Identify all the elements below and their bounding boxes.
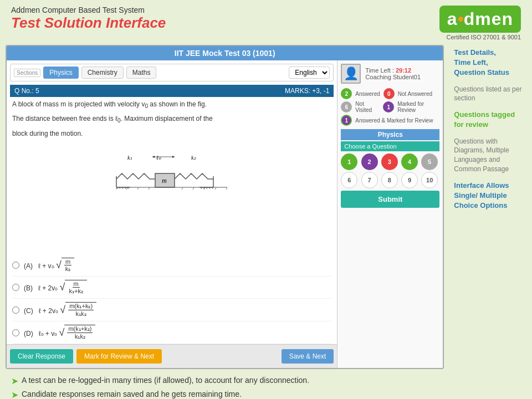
time-left-label: Time Left : (365, 67, 396, 74)
arrow-icon-2: ➤ (11, 390, 18, 399)
tab-maths[interactable]: Maths (126, 66, 157, 79)
svg-text:ℓ₀: ℓ₀ (156, 155, 161, 161)
question-header: Q No.: 5 MARKS: +3, -1 (10, 85, 334, 97)
svg-line-30 (215, 187, 216, 190)
time-value: 29:12 (396, 67, 411, 74)
radio-b[interactable] (12, 284, 19, 291)
q-btn-2[interactable]: 2 (361, 154, 378, 170)
svg-line-25 (137, 187, 139, 190)
option-a[interactable]: (A) ℓ + v₀ √mk₂ (12, 254, 331, 277)
submit-row: Submit (341, 191, 439, 208)
q-btn-9[interactable]: 9 (401, 172, 418, 188)
sidebar-item-1: Test Details,Time Left,Question Status (454, 48, 522, 78)
bullet-2: ➤ Candidate responses remain saved and h… (11, 390, 521, 399)
question-panel: Sections Physics Chemistry Maths English… (7, 60, 337, 368)
option-d-label: (D) ℓ₀ + v₀ √m(k₁+k₂)k₁k₂ (24, 325, 95, 340)
not-answered-badge: 0 (383, 88, 395, 99)
svg-text:k₁: k₁ (127, 155, 132, 161)
sidebar-item-4: Questions with Diagrams, Multiple Langua… (454, 137, 522, 174)
tab-chemistry[interactable]: Chemistry (81, 66, 124, 79)
addmen-logo: admen (439, 6, 521, 33)
option-b[interactable]: (B) ℓ + 2v₀ √mk₁+k₂ (12, 277, 331, 299)
svg-text:m: m (162, 177, 167, 185)
diagram-svg: k₁ k₂ ℓ₀ (111, 143, 233, 193)
language-select[interactable]: English (289, 66, 330, 79)
option-d[interactable]: (D) ℓ₀ + v₀ √m(k₁+k₂)k₁k₂ (12, 321, 331, 344)
q-btn-1[interactable]: 1 (341, 154, 357, 170)
page-title: Test Solution Interface (11, 14, 166, 32)
option-a-label: (A) ℓ + v₀ √mk₂ (24, 258, 74, 273)
legend-notvisited: 6 Not Visited 1 Marked for Review (341, 101, 439, 113)
option-c-label: (C) ℓ + 2v₀ √m(k₁+k₂)k₁k₂ (24, 302, 96, 318)
answered-badge: 2 (341, 88, 352, 99)
bullet-text-1: A test can be re-logged-in many times (i… (22, 376, 309, 385)
header-left: Addmen Computer Based Test System Test S… (11, 6, 166, 32)
question-text-1: A block of mass m is projected with velo… (12, 99, 331, 110)
q-btn-6[interactable]: 6 (341, 172, 357, 188)
clear-response-button[interactable]: Clear Response (10, 349, 73, 364)
sidebar-text-2: Questions listed as per section (454, 85, 522, 104)
status-panel: 👤 Time Left : 29:12 Coaching Student01 2… (337, 60, 443, 368)
user-icon: 👤 (344, 66, 359, 81)
sidebar-link-1: Test Details,Time Left,Question Status (454, 48, 522, 78)
svg-marker-4 (152, 156, 155, 158)
q-btn-10[interactable]: 10 (421, 172, 438, 188)
not-visited-label: Not Visited (355, 101, 380, 113)
svg-line-27 (182, 187, 183, 190)
sidebar-item-5: Interface Allows Single/ Multiple Choice… (454, 181, 522, 211)
right-sidebar: Test Details,Time Left,Question Status Q… (449, 45, 526, 369)
q-btn-3[interactable]: 3 (381, 154, 398, 170)
submit-button[interactable]: Submit (341, 191, 439, 208)
radio-a[interactable] (12, 262, 19, 269)
marked-badge: 1 (383, 101, 394, 112)
svg-text:k₂: k₂ (191, 155, 196, 161)
mark-review-button[interactable]: Mark for Review & Next (76, 349, 162, 364)
test-interface: IIT JEE Mock Test 03 (1001) Sections Phy… (6, 45, 444, 369)
test-body: Sections Physics Chemistry Maths English… (7, 60, 443, 368)
not-visited-badge: 6 (341, 101, 352, 112)
question-text-3: block during the motion. (12, 129, 331, 139)
sidebar-link-green-3: Questions tagged for review (454, 110, 522, 130)
question-grid: 1 2 3 4 5 6 7 8 9 10 (341, 154, 439, 188)
time-student-block: Time Left : 29:12 Coaching Student01 (365, 67, 421, 80)
option-c[interactable]: (C) ℓ + 2v₀ √m(k₁+k₂)k₁k₂ (12, 299, 331, 321)
q-btn-5[interactable]: 5 (421, 154, 438, 170)
student-name: Coaching Student01 (365, 74, 421, 80)
sidebar-link-5: Interface Allows Single/ Multiple Choice… (454, 181, 522, 211)
radio-c[interactable] (12, 306, 19, 314)
radio-d[interactable] (12, 329, 19, 336)
bullet-text-2: Candidate responses remain saved and he … (22, 390, 242, 398)
option-b-label: (B) ℓ + 2v₀ √mk₁+k₂ (24, 280, 87, 295)
bullet-1: ➤ A test can be re-logged-in many times … (11, 376, 521, 386)
marked-label: Marked for Review (397, 101, 439, 113)
header-right: admen Certified ISO 27001 & 9001 (439, 6, 521, 40)
logo-dot (458, 17, 463, 22)
answered-label: Answered (355, 91, 380, 97)
sidebar-item-3: Questions tagged for review (454, 110, 522, 130)
not-answered-label: Not Answered (398, 91, 432, 97)
answered-marked-label: Answered & Marked for Review (355, 117, 433, 124)
question-number: Q No.: 5 (14, 87, 39, 95)
logo-text: a (447, 9, 458, 29)
choose-question-label: Choose a Question (341, 141, 439, 151)
q-btn-4[interactable]: 4 (401, 154, 418, 170)
svg-line-31 (226, 187, 227, 190)
page-header: Addmen Computer Based Test System Test S… (0, 0, 532, 45)
main-container: IIT JEE Mock Test 03 (1001) Sections Phy… (0, 45, 532, 369)
question-text-2: The distance between free ends is ℓ0. Ma… (12, 114, 331, 125)
sidebar-item-2: Questions listed as per section (454, 85, 522, 104)
company-name: Addmen Computer Based Test System (11, 6, 166, 14)
certified-text: Certified ISO 27001 & 9001 (446, 34, 521, 40)
sections-label: Sections (14, 69, 40, 77)
arrow-icon-1: ➤ (11, 376, 18, 386)
action-buttons: Clear Response Mark for Review & Next Sa… (7, 344, 337, 368)
status-legend: 2 Answered 0 Not Answered 6 Not Visited … (341, 88, 439, 126)
q-btn-8[interactable]: 8 (381, 172, 398, 188)
svg-line-26 (149, 187, 150, 190)
q-btn-7[interactable]: 7 (361, 172, 378, 188)
tab-physics[interactable]: Physics (43, 66, 78, 79)
answered-marked-badge: 1 (341, 115, 352, 126)
save-next-button[interactable]: Save & Next (282, 349, 334, 364)
options-area: (A) ℓ + v₀ √mk₂ (B) ℓ + 2v₀ √mk₁+ (7, 254, 337, 344)
section-title: Physics (341, 129, 439, 140)
